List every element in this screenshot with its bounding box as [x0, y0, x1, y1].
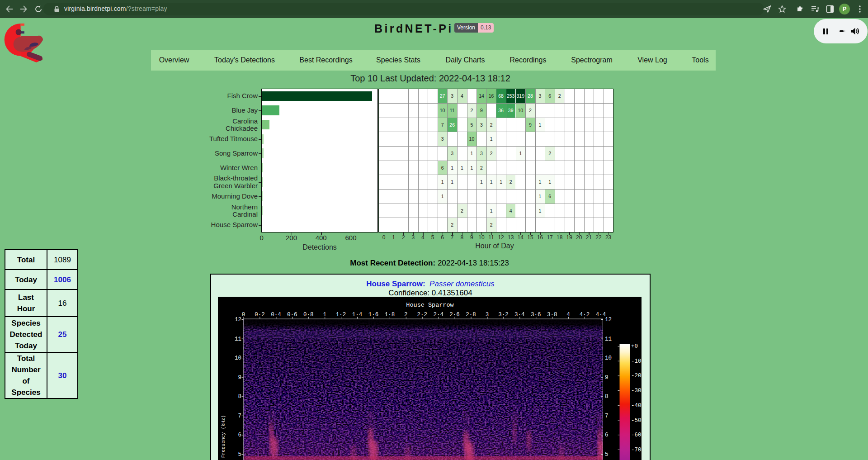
svg-text:12: 12	[235, 317, 241, 323]
svg-text:9: 9	[605, 375, 609, 381]
svg-text:-30: -30	[631, 388, 642, 394]
svg-text:+0: +0	[631, 343, 638, 350]
svg-text:9: 9	[238, 375, 241, 381]
svg-text:-10: -10	[631, 358, 642, 365]
svg-text:7: 7	[605, 413, 609, 419]
svg-text:-40: -40	[631, 403, 642, 409]
svg-text:3·8: 3·8	[547, 312, 557, 318]
svg-text:5: 5	[605, 451, 609, 458]
svg-text:-70: -70	[631, 447, 642, 453]
svg-text:6: 6	[238, 432, 241, 438]
svg-text:-60: -60	[631, 432, 642, 438]
svg-text:10: 10	[235, 355, 241, 361]
svg-text:House Sparrow: House Sparrow	[406, 302, 453, 308]
svg-text:-20: -20	[631, 373, 642, 379]
svg-text:5: 5	[238, 451, 241, 458]
svg-text:-50: -50	[631, 417, 642, 424]
svg-text:0·6: 0·6	[287, 312, 297, 318]
svg-text:1·2: 1·2	[336, 312, 346, 318]
svg-text:3·6: 3·6	[531, 312, 541, 318]
svg-text:Frequency (kHz): Frequency (kHz)	[221, 415, 226, 458]
svg-text:6: 6	[605, 432, 609, 438]
svg-text:7: 7	[238, 413, 241, 419]
svg-text:11: 11	[605, 336, 612, 342]
svg-text:8: 8	[238, 394, 241, 400]
svg-text:10: 10	[605, 355, 612, 361]
svg-text:11: 11	[235, 336, 241, 342]
svg-text:12: 12	[605, 317, 612, 323]
svg-text:8: 8	[605, 394, 609, 400]
